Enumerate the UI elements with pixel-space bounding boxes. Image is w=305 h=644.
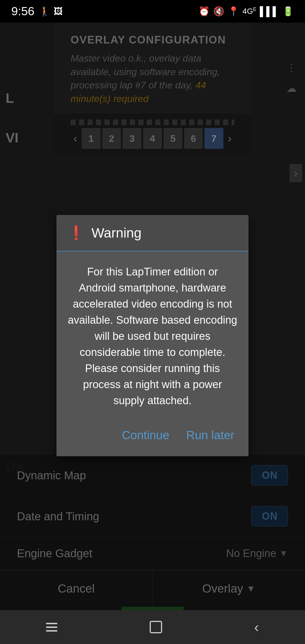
signal-icon: ▌▌▌ [260,6,279,17]
dialog-actions: Continue Run later [56,417,249,456]
dialog-header: ❗ Warning [56,215,249,251]
home-button[interactable] [150,621,162,633]
status-right-icons: ⏰ 🔇 📍 4GE ▌▌▌ 🔋 [199,6,294,17]
battery-icon: 🔋 [282,6,294,17]
alarm-icon: ⏰ [199,6,210,17]
status-time: 9:56 [11,5,34,18]
image-icon: 🖼 [54,6,63,17]
back-icon: ‹ [254,619,259,635]
dialog-body: For this LapTimer edition or Android sma… [56,251,249,417]
location-icon: 📍 [228,6,239,17]
mute-icon: 🔇 [213,6,225,17]
warning-exclamation-icon: ❗ [68,226,85,240]
status-left-icons: 🚶 🖼 [39,6,63,17]
continue-button[interactable]: Continue [119,426,172,445]
data-icon: 4GE [243,6,256,16]
recents-icon [46,623,57,632]
app-background: L ⋮ ☁ OVERLAY CONFIGURATION Master video… [0,23,305,610]
back-button[interactable]: ‹ [254,619,259,635]
person-icon: 🚶 [39,6,50,17]
recents-button[interactable] [46,623,57,632]
navigation-bar: ‹ [0,610,305,644]
home-icon [150,621,162,633]
warning-dialog: ❗ Warning For this LapTimer edition or A… [56,215,249,456]
status-left: 9:56 🚶 🖼 [11,5,63,18]
run-later-button[interactable]: Run later [184,426,237,445]
status-bar: 9:56 🚶 🖼 ⏰ 🔇 📍 4GE ▌▌▌ 🔋 [0,0,305,23]
dialog-title: Warning [91,225,141,241]
dialog-message: For this LapTimer edition or Android sma… [68,264,237,409]
